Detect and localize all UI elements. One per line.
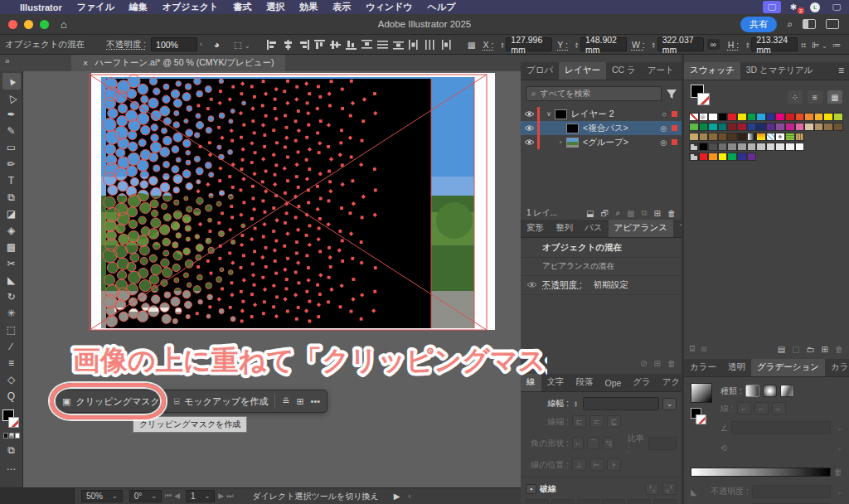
align-center-v-icon[interactable] [330,40,341,50]
color-swatch[interactable] [756,113,766,121]
tool-shape-builder[interactable]: ◈ [2,222,21,239]
selection-color-chip[interactable] [672,139,677,145]
tab-gradient[interactable]: グラデーション [751,359,825,376]
export-icon[interactable]: 🗗 [600,209,609,218]
dashed-line-checkbox[interactable]: ▪ [526,484,536,494]
notification-icon[interactable]: ✱2 [784,1,803,13]
arrange-icon[interactable]: ≞ [282,396,289,407]
display-icon[interactable]: 🖵 [827,1,846,13]
menu-app-name[interactable]: Illustrator [20,2,62,12]
distribute-middle-icon[interactable] [424,40,435,50]
pat-floral-swatch[interactable] [795,133,805,141]
tab-properties[interactable]: プロパ [521,62,559,80]
expand-chevron-icon[interactable]: ∨ [543,110,555,118]
color-swatch[interactable] [727,133,737,141]
folder-swatch[interactable] [689,143,699,151]
gradient-thumbnail[interactable] [691,383,712,403]
tool-perspective[interactable]: ◇ [2,371,21,388]
tab-transparency[interactable]: 透明 [722,359,751,376]
tab-glyphs[interactable]: グラ [627,374,657,391]
status-menu-arrow-icon[interactable]: ▶ [394,492,400,501]
draw-mode-icon[interactable]: ⧉ [2,442,21,458]
opacity-dropdown-icon[interactable]: › [200,41,202,48]
color-swatch[interactable] [795,143,805,151]
tool-eyedropper[interactable]: ◣ [2,272,21,288]
color-swatch[interactable] [708,123,718,131]
color-swatch[interactable] [766,113,776,121]
grad-sunset-swatch[interactable] [756,133,766,141]
visibility-eye-icon[interactable] [521,138,537,148]
menu-item[interactable]: 効果 [299,1,318,13]
color-swatch[interactable] [747,143,757,151]
color-swatch[interactable] [689,133,699,141]
color-swatch[interactable] [775,143,785,151]
color-swatch[interactable] [708,133,718,141]
menu-item[interactable]: 選択 [266,1,284,13]
color-swatch[interactable] [689,123,699,131]
swatch-kind-menu-icon[interactable]: ▤ [778,345,785,354]
distribute-left-icon[interactable] [409,40,420,50]
filter-icon[interactable] [667,90,677,99]
color-swatch[interactable] [804,113,814,121]
color-swatch[interactable] [766,123,776,131]
color-swatch[interactable] [727,153,737,161]
tab-swatches[interactable]: スウォッチ [684,62,740,80]
color-swatch[interactable] [699,133,709,141]
tab-3d-materials[interactable]: 3D とマテリアル [740,62,819,80]
linear-gradient-icon[interactable] [745,385,759,397]
arrange-documents-icon[interactable] [826,19,839,29]
color-swatch[interactable] [756,123,766,131]
tab-cc-libraries[interactable]: CC ラ [606,62,642,80]
layer-row-layer2[interactable]: ∨ レイヤー 2 ○ [521,107,682,121]
expand-chevron-icon[interactable]: › [555,138,566,146]
distribute-right-icon[interactable] [440,40,451,50]
color-swatch[interactable] [795,123,805,131]
tool-artboard[interactable]: ⬚ [2,322,21,338]
color-swatch[interactable] [747,153,757,161]
tab-appearance[interactable]: アピアランス [609,220,673,237]
grad-bw-swatch[interactable] [747,133,757,141]
tool-knife[interactable]: ∕ [2,338,21,355]
visibility-eye-icon[interactable] [521,124,537,133]
color-swatch[interactable] [775,123,785,131]
tool-rotate[interactable]: ↻ [2,288,21,305]
fill-stroke-indicator[interactable] [2,410,21,429]
rotation-select[interactable]: 0°⌄ [129,490,162,502]
collect-export-icon[interactable]: ⬓ [586,209,594,218]
color-button[interactable] [3,433,8,439]
tool-curvature[interactable]: ✎ [2,123,21,139]
next-last-artboard-icons[interactable]: ▶⏭ [218,492,235,501]
menu-item[interactable]: 書式 [233,1,251,13]
tab-brushes[interactable]: ブラ [673,220,682,237]
shape-properties-icon[interactable]: ⠶ [800,40,807,50]
tab-character[interactable]: 文字 [541,374,570,391]
color-swatch[interactable] [814,113,824,121]
layer-row-compound-path[interactable]: <複合パス> ◎ [521,121,682,135]
new-swatch-icon[interactable]: ⊞ [822,345,828,354]
menu-item[interactable]: 表示 [332,1,351,13]
stroke-width-dropdown-icon[interactable]: ⌄ [662,398,677,410]
target-circle-icon[interactable]: ◎ [660,138,667,147]
canvas-area[interactable] [23,71,521,487]
h-field[interactable]: 213.324 mm [751,37,798,51]
align-bottom-icon[interactable] [346,40,357,50]
tool-type[interactable]: T [2,172,21,189]
color-swatch[interactable] [718,113,728,121]
close-tab-icon[interactable]: × [83,58,88,68]
color-swatch[interactable] [708,113,718,121]
line-app-icon[interactable]: L [806,1,824,13]
home-icon[interactable]: ⌂ [61,18,67,31]
tab-paragraph[interactable]: 段落 [570,374,599,391]
new-layer-icon[interactable]: ⊞ [654,209,661,218]
none-button[interactable] [15,433,20,439]
more-actions-icon[interactable]: ••• [311,396,321,406]
select-similar-icon[interactable]: ⬚⌄ [234,40,250,50]
align-right-icon[interactable] [298,40,309,50]
close-window-button[interactable] [8,20,17,29]
color-swatch[interactable] [708,153,718,161]
delete-layer-icon[interactable]: 🗑 [667,209,676,218]
color-swatch[interactable] [699,123,709,131]
selection-color-chip[interactable] [672,111,677,117]
tab-color[interactable]: カラー [684,359,722,376]
color-swatch[interactable] [718,123,728,131]
